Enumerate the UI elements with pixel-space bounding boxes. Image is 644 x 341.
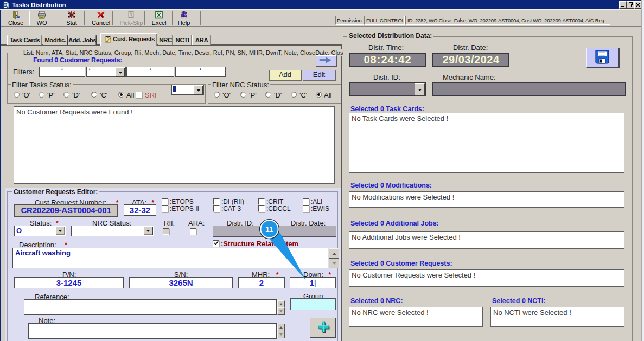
svg-text:?: ? (184, 12, 187, 17)
